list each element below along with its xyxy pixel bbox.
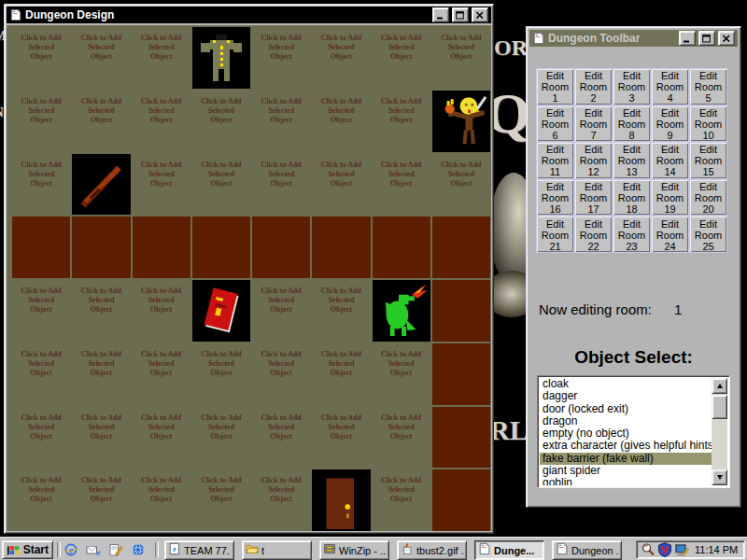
task-button[interactable]: eTEAM 77... xyxy=(164,540,234,560)
grid-cell-click-to-add[interactable]: Click to AddSelectedObject xyxy=(252,91,310,152)
close-icon[interactable] xyxy=(472,7,488,22)
edit-room-1-button[interactable]: EditRoom1 xyxy=(536,68,574,105)
edit-room-3-button[interactable]: EditRoom3 xyxy=(613,68,651,105)
grid-cell-door[interactable] xyxy=(312,469,370,531)
grid-cell-click-to-add[interactable]: Click to AddSelectedObject xyxy=(312,91,370,152)
grid-cell-click-to-add[interactable]: Click to AddSelectedObject xyxy=(252,343,310,405)
scroll-down-icon[interactable] xyxy=(712,469,727,485)
find-magnifier-icon[interactable] xyxy=(641,542,655,557)
grid-cell-click-to-add[interactable]: Click to AddSelectedObject xyxy=(312,27,370,89)
edit-room-2-button[interactable]: EditRoom2 xyxy=(574,68,613,105)
grid-cell-click-to-add[interactable]: Click to AddSelectedObject xyxy=(252,469,310,531)
edit-room-16-button[interactable]: EditRoom16 xyxy=(536,179,574,217)
edit-room-13-button[interactable]: EditRoom13 xyxy=(613,142,651,179)
grid-cell-click-to-add[interactable]: Click to AddSelectedObject xyxy=(133,27,190,89)
listbox-scrollbar[interactable] xyxy=(712,378,727,485)
task-button[interactable]: tbust2.gif ... xyxy=(397,540,467,560)
grid-cell-click-to-add[interactable]: Click to AddSelectedObject xyxy=(12,91,70,152)
grid-cell-click-to-add[interactable]: Click to AddSelectedObject xyxy=(72,27,130,89)
edit-room-6-button[interactable]: EditRoom6 xyxy=(536,105,574,143)
grid-cell-click-to-add[interactable]: Click to AddSelectedObject xyxy=(72,407,130,469)
grid-cell-click-to-add[interactable]: Click to AddSelectedObject xyxy=(192,91,250,152)
grid-cell-fake-barrier[interactable] xyxy=(432,469,490,531)
grid-cell-click-to-add[interactable]: Click to AddSelectedObject xyxy=(373,91,430,152)
grid-cell-click-to-add[interactable]: Click to AddSelectedObject xyxy=(192,154,250,216)
edit-room-20-button[interactable]: EditRoom20 xyxy=(689,179,727,217)
maximize-icon[interactable] xyxy=(698,31,715,46)
edit-room-22-button[interactable]: EditRoom22 xyxy=(574,216,613,253)
grid-cell-click-to-add[interactable]: Click to AddSelectedObject xyxy=(312,280,370,342)
display-settings-icon[interactable] xyxy=(674,542,689,557)
object-list-item[interactable]: dragon xyxy=(540,415,712,427)
grid-cell-click-to-add[interactable]: Click to AddSelectedObject xyxy=(12,407,70,469)
object-list-item[interactable]: empty (no object) xyxy=(540,427,712,440)
edit-room-8-button[interactable]: EditRoom8 xyxy=(613,105,651,143)
grid-cell-click-to-add[interactable]: Click to AddSelectedObject xyxy=(133,91,190,152)
edit-room-9-button[interactable]: EditRoom9 xyxy=(651,105,689,143)
grid-cell-click-to-add[interactable]: Click to AddSelectedObject xyxy=(12,469,70,531)
edit-room-14-button[interactable]: EditRoom14 xyxy=(651,142,689,179)
grid-cell-click-to-add[interactable]: Click to AddSelectedObject xyxy=(192,469,250,531)
grid-cell-book[interactable] xyxy=(192,280,250,342)
grid-cell-character[interactable] xyxy=(432,91,490,152)
grid-cell-click-to-add[interactable]: Click to AddSelectedObject xyxy=(432,154,490,216)
edit-room-12-button[interactable]: EditRoom12 xyxy=(574,142,613,179)
grid-cell-click-to-add[interactable]: Click to AddSelectedObject xyxy=(252,154,310,216)
grid-cell-click-to-add[interactable]: Click to AddSelectedObject xyxy=(12,280,70,342)
edit-room-23-button[interactable]: EditRoom23 xyxy=(613,216,651,253)
grid-cell-click-to-add[interactable]: Click to AddSelectedObject xyxy=(12,27,70,89)
grid-cell-click-to-add[interactable]: Click to AddSelectedObject xyxy=(133,469,190,531)
toolbar-window-titlebar[interactable]: Dungeon Toolbar xyxy=(529,30,738,47)
grid-cell-click-to-add[interactable]: Click to AddSelectedObject xyxy=(373,343,430,405)
grid-cell-fake-barrier[interactable] xyxy=(133,217,190,278)
scrollbar-thumb[interactable] xyxy=(712,395,727,419)
grid-cell-fake-barrier[interactable] xyxy=(72,217,130,278)
main-window-titlebar[interactable]: Dungeon Design xyxy=(7,7,491,23)
task-button[interactable]: Dungeon ... xyxy=(552,540,622,560)
grid-cell-click-to-add[interactable]: Click to AddSelectedObject xyxy=(72,91,130,152)
grid-cell-click-to-add[interactable]: Click to AddSelectedObject xyxy=(373,407,430,469)
edit-room-17-button[interactable]: EditRoom17 xyxy=(574,179,613,217)
grid-cell-fake-barrier[interactable] xyxy=(252,217,310,278)
object-select-listbox[interactable]: cloakdaggerdoor (locked exit)dragonempty… xyxy=(537,375,730,488)
task-button[interactable]: WinZip - ... xyxy=(319,540,389,560)
outlook-express-icon[interactable]: e xyxy=(84,541,103,558)
grid-cell-click-to-add[interactable]: Click to AddSelectedObject xyxy=(312,343,370,405)
object-list-item[interactable]: goblin xyxy=(540,477,712,485)
grid-cell-click-to-add[interactable]: Click to AddSelectedObject xyxy=(373,27,430,89)
grid-cell-click-to-add[interactable]: Click to AddSelectedObject xyxy=(252,27,310,89)
minimize-icon[interactable] xyxy=(679,31,696,46)
grid-cell-fake-barrier[interactable] xyxy=(432,280,490,342)
task-button[interactable]: Dunge... xyxy=(474,540,544,560)
object-list-item[interactable]: giant spider xyxy=(540,465,712,477)
grid-cell-fake-barrier[interactable] xyxy=(12,217,70,278)
grid-cell-click-to-add[interactable]: Click to AddSelectedObject xyxy=(72,469,130,531)
grid-cell-click-to-add[interactable]: Click to AddSelectedObject xyxy=(373,469,430,531)
grid-cell-fake-barrier[interactable] xyxy=(432,407,490,469)
edit-room-5-button[interactable]: EditRoom5 xyxy=(689,68,727,105)
edit-room-7-button[interactable]: EditRoom7 xyxy=(574,105,613,143)
grid-cell-fake-barrier[interactable] xyxy=(192,217,250,278)
edit-room-21-button[interactable]: EditRoom21 xyxy=(536,216,574,253)
object-list-item[interactable]: door (locked exit) xyxy=(540,403,712,415)
edit-room-15-button[interactable]: EditRoom15 xyxy=(689,142,727,179)
grid-cell-fake-barrier[interactable] xyxy=(432,217,490,278)
grid-cell-fake-barrier[interactable] xyxy=(432,343,490,405)
grid-cell-click-to-add[interactable]: Click to AddSelectedObject xyxy=(72,280,130,342)
task-button[interactable]: t xyxy=(242,540,312,560)
edit-room-4-button[interactable]: EditRoom4 xyxy=(651,68,689,105)
grid-cell-click-to-add[interactable]: Click to AddSelectedObject xyxy=(252,407,310,469)
edit-room-24-button[interactable]: EditRoom24 xyxy=(651,216,689,253)
grid-cell-cloak[interactable] xyxy=(192,27,250,89)
grid-cell-click-to-add[interactable]: Click to AddSelectedObject xyxy=(12,154,70,216)
grid-cell-fake-barrier[interactable] xyxy=(312,217,370,278)
grid-cell-click-to-add[interactable]: Click to AddSelectedObject xyxy=(192,343,250,405)
grid-cell-click-to-add[interactable]: Click to AddSelectedObject xyxy=(432,27,490,89)
minimize-icon[interactable] xyxy=(432,7,449,22)
edit-room-19-button[interactable]: EditRoom19 xyxy=(651,179,689,217)
edit-room-25-button[interactable]: EditRoom25 xyxy=(689,216,727,253)
object-list-item[interactable]: cloak xyxy=(540,378,712,390)
grid-cell-click-to-add[interactable]: Click to AddSelectedObject xyxy=(192,407,250,469)
edit-room-18-button[interactable]: EditRoom18 xyxy=(613,179,651,217)
edit-room-11-button[interactable]: EditRoom11 xyxy=(536,142,574,179)
